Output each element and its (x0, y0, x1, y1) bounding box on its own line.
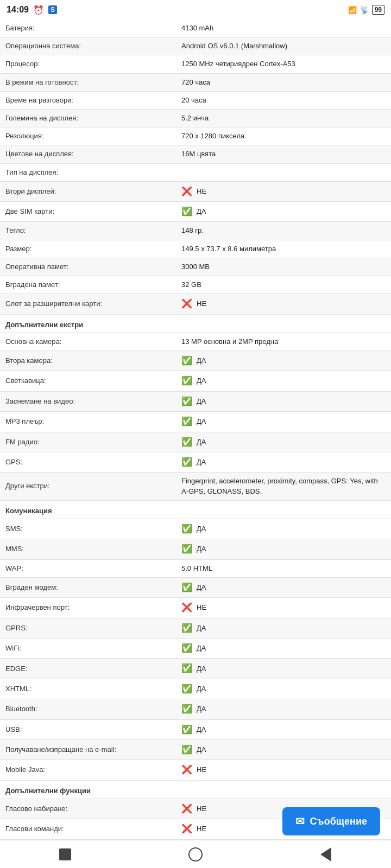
cell-label: Заснемане на видео: (0, 391, 176, 411)
alarm-icon: ⏰ (33, 5, 44, 15)
cell-label: Вградена памет: (0, 276, 176, 294)
table-row: GPRS: ✅ДА (0, 618, 391, 638)
cell-value: 148 гр. (181, 226, 204, 234)
yes-icon: ✅ (181, 703, 192, 715)
cell-value-cell: 720 x 1280 пиксела (176, 127, 391, 145)
yes-label: ДА (197, 524, 206, 534)
cell-label: Оперативна памет: (0, 258, 176, 276)
cell-label: Получаване/изпращане на e-mail: (0, 739, 176, 760)
cell-label: Светкавица: (0, 371, 176, 391)
table-row: Големина на дисплея: 5.2 инча (0, 109, 391, 127)
no-label: НЕ (197, 804, 206, 814)
cell-value: 720 x 1280 пиксела (181, 132, 244, 140)
yes-label: ДА (197, 664, 206, 674)
cell-label: Големина на дисплея: (0, 109, 176, 127)
nav-bar (0, 840, 391, 868)
cell-value-cell: 20 часа (176, 91, 391, 109)
cell-value-cell: 5.0 HTML (176, 559, 391, 577)
no-label: НЕ (197, 765, 206, 775)
table-row: Получаване/изпращане на e-mail: ✅ДА (0, 739, 391, 760)
cell-label: WAP: (0, 559, 176, 577)
table-row: Операционна система: Android OS v6.0.1 (… (0, 37, 391, 55)
table-row: Процесор: 1250 MHz четириядрен Cortex-A5… (0, 55, 391, 73)
status-right: 📶 📡 99 (348, 5, 384, 15)
table-row: EDGE: ✅ДА (0, 659, 391, 679)
cell-label: Размер: (0, 240, 176, 258)
yes-label: ДА (197, 544, 206, 554)
table-row: GPS: ✅ДА (0, 452, 391, 472)
cell-value: Fingerprint, accelerometer, proximity, c… (181, 477, 378, 495)
cell-label: MP3 плеър: (0, 412, 176, 432)
cell-label: Тегло: (0, 222, 176, 240)
table-row: Основна камера: 13 MP основна и 2MP пред… (0, 333, 391, 350)
yes-label: ДА (197, 583, 206, 592)
cell-value: 149.5 х 73.7 х 8.6 милиметра (181, 245, 276, 253)
nav-recents-button[interactable] (54, 844, 76, 865)
table-row: Слот за разширителни карти: ❌НЕ (0, 294, 391, 314)
yes-label: ДА (197, 397, 206, 406)
cell-label: MMS: (0, 539, 176, 559)
table-row: Вградена памет: 32 GB (0, 276, 391, 294)
table-row: Тегло: 148 гр. (0, 222, 391, 240)
cell-label: Две SIM карти: (0, 202, 176, 222)
table-row: Цветове на дисплея: 16М цвята (0, 145, 391, 163)
cell-value-cell: ✅ДА (176, 539, 391, 559)
cell-value-cell: ✅ДА (176, 519, 391, 539)
yes-icon: ✅ (181, 622, 192, 634)
cell-label: Втора камера: (0, 350, 176, 371)
cell-label: EDGE: (0, 659, 176, 679)
yes-label: ДА (197, 684, 206, 694)
cell-label: FM радио: (0, 432, 176, 452)
cell-value-cell: ✅ДА (176, 719, 391, 739)
cell-label: USB: (0, 719, 176, 739)
yes-icon: ✅ (181, 416, 192, 427)
cell-value-cell: 1250 MHz четириядрен Cortex-A53 (176, 55, 391, 73)
section-header-1: Допълнителни екстри (0, 314, 391, 333)
table-row: XHTML: ✅ДА (0, 679, 391, 699)
nav-home-button[interactable] (185, 844, 206, 865)
cell-value-cell: 4130 mAh (176, 20, 391, 37)
yes-label: ДА (197, 643, 206, 653)
table-row: Втора камера: ✅ДА (0, 350, 391, 371)
yes-label: ДА (197, 417, 206, 426)
time-display: 14:09 (7, 5, 29, 15)
yes-label: ДА (197, 376, 206, 386)
no-icon: ❌ (181, 602, 192, 614)
table-row: USB: ✅ДА (0, 719, 391, 739)
cell-value-cell: ✅ДА (176, 432, 391, 452)
yes-icon: ✅ (181, 543, 192, 555)
cell-label: XHTML: (0, 679, 176, 699)
yes-icon: ✅ (181, 642, 192, 654)
cell-label: SMS: (0, 519, 176, 539)
table-row: Батерия: 4130 mAh (0, 20, 391, 37)
no-icon: ❌ (181, 186, 192, 197)
cell-label: Вграден модем: (0, 577, 176, 597)
cell-label: Тип на дисплея: (0, 163, 176, 181)
cell-value-cell: 16М цвята (176, 145, 391, 163)
message-icon: ✉ (295, 815, 305, 828)
cell-value-cell: ✅ДА (176, 659, 391, 679)
no-icon: ❌ (181, 298, 192, 310)
status-bar: 14:09 ⏰ S 📶 📡 99 (0, 0, 391, 20)
cell-label: Гласово набиране: (0, 799, 176, 819)
yes-icon: ✅ (181, 744, 192, 756)
section-title: Допълнителни екстри (0, 314, 391, 333)
cell-label: Втори дисплей: (0, 181, 176, 201)
yes-icon: ✅ (181, 523, 192, 535)
table-row: WAP: 5.0 HTML (0, 559, 391, 577)
cell-label: Основна камера: (0, 333, 176, 350)
cell-label: Резолюция: (0, 127, 176, 145)
cell-label: Време на разговори: (0, 91, 176, 109)
cell-label: Инфрачервен порт: (0, 598, 176, 618)
table-row: Оперативна памет: 3000 MB (0, 258, 391, 276)
message-button[interactable]: ✉ Съобщение (282, 807, 380, 835)
s-badge: S (48, 5, 57, 14)
cell-value-cell: ✅ДА (176, 679, 391, 699)
cell-value-cell (176, 163, 391, 181)
nav-back-button[interactable] (315, 844, 337, 865)
cell-value-cell: ✅ДА (176, 391, 391, 411)
cell-value-cell: ❌НЕ (176, 760, 391, 780)
yes-label: ДА (197, 745, 206, 755)
cell-value-cell: Android OS v6.0.1 (Marshmallow) (176, 37, 391, 55)
yes-label: ДА (197, 356, 206, 366)
